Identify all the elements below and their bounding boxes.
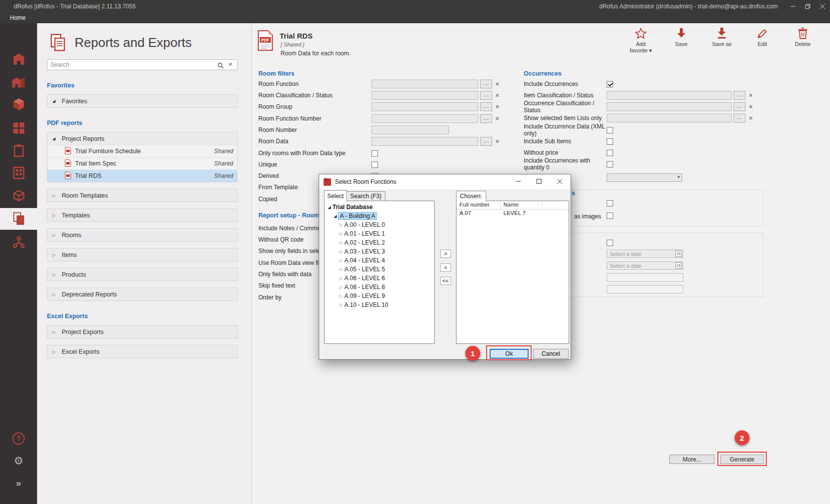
- dialog-minimize-button[interactable]: [511, 176, 526, 186]
- calendar-icon[interactable]: 15: [675, 262, 682, 269]
- room-function-input[interactable]: [372, 80, 478, 88]
- group-rooms[interactable]: ▷Rooms: [47, 229, 237, 241]
- group-items[interactable]: ▷Items: [47, 249, 237, 261]
- tree-node-level-8[interactable]: ▷A.08 - LEVEL 8: [325, 283, 434, 292]
- dialog-close-button[interactable]: [552, 176, 567, 186]
- report-row-trial-rds[interactable]: Trial RDS Shared: [47, 169, 237, 182]
- occurrence-classification-picker-button[interactable]: ...: [734, 102, 746, 111]
- search-icon[interactable]: [217, 62, 224, 71]
- room-function-number-picker-button[interactable]: ...: [480, 114, 492, 123]
- include-occurrences-checkbox[interactable]: [607, 81, 613, 87]
- partial-checkbox-2[interactable]: [607, 240, 613, 246]
- room-group-input[interactable]: [372, 102, 478, 111]
- room-function-clear-icon[interactable]: ✕: [495, 81, 499, 87]
- menu-home[interactable]: Home: [0, 14, 26, 21]
- cancel-button[interactable]: Cancel: [533, 349, 569, 359]
- window-minimize-button[interactable]: [786, 0, 800, 12]
- column-full-number[interactable]: Full number: [456, 201, 500, 209]
- chosen-row-a07[interactable]: A.07 LEVEL 7: [456, 210, 569, 218]
- report-row-trial-furniture-schedule[interactable]: Trial Furniture Schedule Shared: [47, 145, 237, 157]
- rail-item-model[interactable]: [0, 93, 37, 115]
- report-row-trial-item-spec[interactable]: Trial Item Spec Shared: [47, 157, 237, 169]
- text-input-1[interactable]: [607, 273, 683, 282]
- room-group-picker-button[interactable]: ...: [480, 102, 492, 111]
- tree-node-level-9[interactable]: ▷A.09 - LEVEL 9: [325, 292, 434, 300]
- rail-expand-button[interactable]: »: [0, 472, 37, 494]
- group-excel-exports[interactable]: ▷Excel Exports: [47, 345, 237, 358]
- unique-checkbox[interactable]: [372, 162, 378, 168]
- group-room-templates[interactable]: ▷Room Templates: [47, 189, 237, 202]
- rail-item-contacts[interactable]: [0, 231, 37, 253]
- rail-item-buildings[interactable]: [0, 71, 37, 92]
- tree-node-building-a[interactable]: ◢A - Building A: [325, 211, 434, 220]
- include-sub-items-checkbox[interactable]: [607, 138, 613, 145]
- rail-item-reports[interactable]: [0, 208, 37, 230]
- room-data-input[interactable]: [372, 137, 478, 146]
- occurrence-classification-clear-icon[interactable]: ✕: [748, 104, 753, 110]
- rail-item-systems[interactable]: [0, 162, 37, 184]
- date-to-input[interactable]: Select a date15: [607, 261, 683, 270]
- edit-button[interactable]: Edit: [748, 27, 777, 54]
- group-project-reports[interactable]: ◢Project Reports: [47, 132, 237, 145]
- dialog-maximize-button[interactable]: [532, 176, 546, 186]
- room-data-picker-button[interactable]: ...: [480, 137, 492, 146]
- save-as-button[interactable]: Save as: [707, 27, 736, 54]
- room-function-number-clear-icon[interactable]: ✕: [495, 116, 499, 122]
- show-selected-item-lists-clear-icon[interactable]: ✕: [748, 115, 753, 122]
- room-classification-clear-icon[interactable]: ✕: [495, 92, 499, 99]
- only-rooms-with-room-data-type-checkbox[interactable]: [372, 150, 378, 157]
- tree-node-level-0[interactable]: ▷A.00 - LEVEL 0: [325, 220, 434, 229]
- text-input-2[interactable]: [607, 285, 683, 294]
- more-button[interactable]: More...: [669, 455, 714, 464]
- tree-node-level-1[interactable]: ▷A.01 - LEVEL 1: [325, 229, 434, 238]
- search-clear-icon[interactable]: ✕: [228, 61, 233, 68]
- tab-search-f3[interactable]: Search (F3): [347, 191, 385, 201]
- tree-node-level-6[interactable]: ▷A.06 - LEVEL 6: [325, 274, 434, 283]
- tree-node-level-10[interactable]: ▷A.10 - LEVEL 10: [325, 300, 434, 309]
- without-price-checkbox[interactable]: [607, 150, 613, 156]
- rail-item-products[interactable]: [0, 185, 37, 207]
- room-group-clear-icon[interactable]: ✕: [495, 104, 499, 110]
- group-project-exports[interactable]: ▷Project Exports: [47, 326, 237, 338]
- date-from-input[interactable]: Select a date15: [607, 250, 683, 258]
- rail-item-items[interactable]: [0, 117, 37, 138]
- tree-node-database[interactable]: ◢Trial Database: [325, 203, 434, 211]
- rail-item-help[interactable]: ?: [0, 427, 37, 449]
- column-name[interactable]: Name: [500, 201, 542, 209]
- group-templates[interactable]: ▷Templates: [47, 209, 237, 221]
- show-selected-item-lists-picker-button[interactable]: ...: [734, 114, 746, 123]
- move-remove-all-button[interactable]: <<: [440, 277, 451, 285]
- tree-node-level-2[interactable]: ▷A.02 - LEVEL 2: [325, 238, 434, 247]
- delete-button[interactable]: Delete: [788, 27, 817, 54]
- tree-node-level-4[interactable]: ▷A.04 - LEVEL 4: [325, 256, 434, 265]
- add-favorite-button[interactable]: Add favorite ▾: [626, 27, 655, 54]
- tab-select[interactable]: Select: [324, 190, 347, 201]
- group-products[interactable]: ▷Products: [47, 268, 237, 281]
- rail-item-settings[interactable]: ⚙: [0, 450, 37, 472]
- item-classification-input[interactable]: [607, 91, 732, 100]
- item-classification-clear-icon[interactable]: ✕: [748, 92, 753, 99]
- save-button[interactable]: Save: [667, 27, 696, 54]
- room-classification-input[interactable]: [372, 91, 478, 100]
- room-number-input[interactable]: [372, 126, 449, 134]
- room-function-picker-button[interactable]: ...: [480, 80, 492, 88]
- room-data-clear-icon[interactable]: ✕: [495, 138, 499, 145]
- tree-node-level-5[interactable]: ▷A.05 - LEVEL 5: [325, 265, 434, 274]
- item-classification-picker-button[interactable]: ...: [734, 91, 746, 100]
- include-occurrences-qty0-checkbox[interactable]: [607, 161, 613, 168]
- window-close-button[interactable]: [815, 0, 830, 12]
- room-classification-picker-button[interactable]: ...: [480, 91, 492, 100]
- rail-item-project[interactable]: [0, 48, 37, 70]
- occurrence-classification-input[interactable]: [607, 102, 732, 111]
- move-remove-button[interactable]: <: [440, 263, 451, 272]
- window-restore-button[interactable]: [800, 0, 815, 12]
- search-input[interactable]: [47, 60, 237, 70]
- occurrences-sort-select[interactable]: ▾: [607, 173, 682, 182]
- show-selected-item-lists-input[interactable]: [607, 114, 732, 123]
- rail-item-room-data[interactable]: [0, 140, 37, 162]
- include-occurrence-data-checkbox[interactable]: [607, 127, 613, 133]
- room-function-number-input[interactable]: [372, 114, 478, 123]
- partial-checkbox-1[interactable]: [607, 200, 613, 207]
- group-deprecated-reports[interactable]: ▷Deprecated Reports: [47, 288, 237, 300]
- calendar-icon[interactable]: 15: [675, 251, 682, 257]
